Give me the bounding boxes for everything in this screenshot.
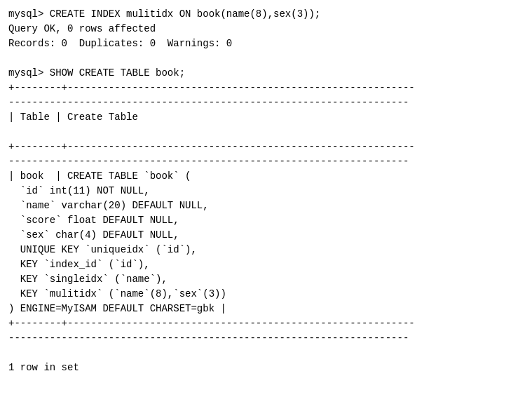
- terminal-line-14: `name` varchar(20) DEFAULT NULL,: [8, 198, 524, 213]
- terminal-line-21: ) ENGINE=MyISAM DEFAULT CHARSET=gbk |: [8, 302, 524, 316]
- terminal-line-15: `score` float DEFAULT NULL,: [8, 213, 524, 228]
- terminal-line-7: ----------------------------------------…: [8, 95, 524, 110]
- terminal-line-25: 1 row in set: [8, 361, 524, 375]
- terminal-line-1: mysql> CREATE INDEX mulitidx ON book(nam…: [8, 7, 524, 22]
- terminal-line-9: [8, 125, 524, 140]
- terminal-line-8: | Table | Create Table: [8, 110, 524, 125]
- terminal-line-23: ----------------------------------------…: [8, 331, 524, 346]
- terminal-line-24: [8, 346, 524, 361]
- terminal-line-12: | book | CREATE TABLE `book` (: [8, 169, 524, 184]
- terminal-line-4: [8, 51, 524, 66]
- terminal-line-6: +--------+------------------------------…: [8, 81, 524, 95]
- terminal-line-17: UNIQUE KEY `uniqueidx` (`id`),: [8, 243, 524, 257]
- terminal-line-16: `sex` char(4) DEFAULT NULL,: [8, 228, 524, 243]
- terminal-line-20: KEY `mulitidx` (`name`(8),`sex`(3)): [8, 287, 524, 302]
- terminal-line-11: ----------------------------------------…: [8, 154, 524, 169]
- terminal-line-10: +--------+------------------------------…: [8, 140, 524, 154]
- terminal-line-18: KEY `index_id` (`id`),: [8, 257, 524, 272]
- terminal-line-3: Records: 0 Duplicates: 0 Warnings: 0: [8, 36, 524, 51]
- terminal-line-13: `id` int(11) NOT NULL,: [8, 184, 524, 198]
- terminal-output: mysql> CREATE INDEX mulitidx ON book(nam…: [8, 7, 524, 375]
- terminal-line-5: mysql> SHOW CREATE TABLE book;: [8, 66, 524, 81]
- terminal-line-19: KEY `singleidx` (`name`),: [8, 272, 524, 287]
- terminal-line-2: Query OK, 0 rows affected: [8, 22, 524, 36]
- terminal-line-22: +--------+------------------------------…: [8, 316, 524, 331]
